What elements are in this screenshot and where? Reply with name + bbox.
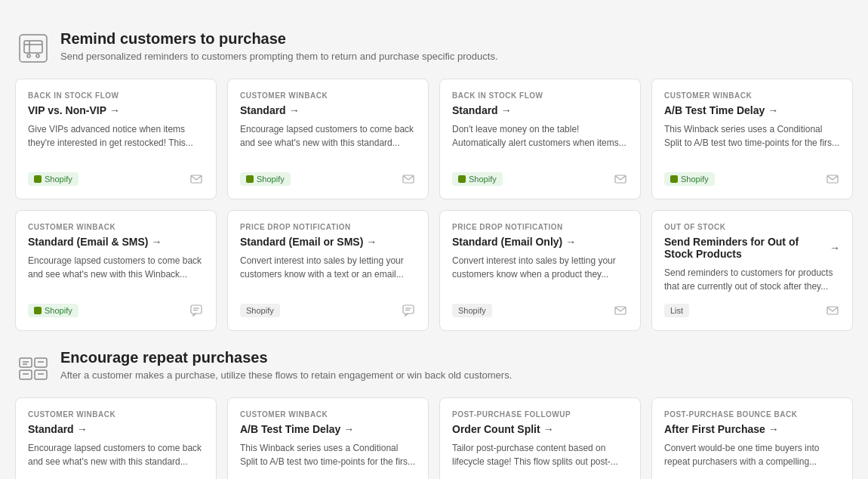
svg-rect-18 <box>20 358 32 367</box>
card-footer: Shopify <box>28 172 204 187</box>
svg-rect-1 <box>24 41 42 53</box>
card-desc: Don't leave money on the table! Automati… <box>452 122 628 162</box>
platform-badge: Shopify <box>240 172 291 186</box>
section-title: Encourage repeat purchases <box>60 349 512 366</box>
arrow-icon: → <box>768 423 779 435</box>
platform-badge: Shopify <box>240 304 280 317</box>
card-category: OUT OF STOCK <box>664 223 840 231</box>
card-category: POST-PURCHASE BOUNCE BACK <box>664 410 840 419</box>
arrow-icon: → <box>366 236 377 248</box>
section-remind: Remind customers to purchase Send person… <box>15 30 853 331</box>
svg-rect-13 <box>403 305 414 314</box>
card-category: CUSTOMER WINBACK <box>28 410 204 419</box>
card-title: Standard → <box>452 104 628 116</box>
card-category: CUSTOMER WINBACK <box>240 91 416 100</box>
section-header: Encourage repeat purchases After a custo… <box>15 349 853 385</box>
email-icon <box>613 172 628 187</box>
platform-badge: Shopify <box>664 172 715 186</box>
card-desc: Encourage lapsed customers to come back … <box>28 441 204 479</box>
section-title: Remind customers to purchase <box>60 30 498 48</box>
section-desc: Send personalized reminders to customers… <box>60 51 498 62</box>
cards-grid: CUSTOMER WINBACK Standard → Encourage la… <box>15 397 853 479</box>
card-title: Order Count Split → <box>452 423 628 435</box>
card-category: BACK IN STOCK FLOW <box>28 91 204 100</box>
channel-icons <box>825 303 840 318</box>
card-desc: Send reminders to customers for products… <box>664 266 840 294</box>
email-icon <box>613 303 628 318</box>
svg-point-5 <box>36 54 39 57</box>
email-icon <box>825 303 840 318</box>
arrow-icon: → <box>830 242 840 254</box>
section-icon <box>15 349 51 385</box>
arrow-icon: → <box>565 236 576 248</box>
email-icon <box>189 172 204 187</box>
card-desc: Convert would-be one time buyers into re… <box>664 441 840 479</box>
platform-badge: Shopify <box>28 172 78 186</box>
svg-rect-19 <box>35 358 47 367</box>
card-desc: Convert interest into sales by letting y… <box>240 254 416 294</box>
arrow-icon: → <box>543 423 554 435</box>
flow-card[interactable]: BACK IN STOCK FLOW VIP vs. Non-VIP → Giv… <box>15 79 217 199</box>
card-desc: Tailor post-purchase content based on li… <box>452 441 628 479</box>
arrow-icon: → <box>343 423 354 435</box>
card-footer: Shopify <box>240 172 416 187</box>
card-desc: This Winback series uses a Conditional S… <box>240 441 416 479</box>
channel-icons <box>401 303 416 318</box>
flow-card[interactable]: OUT OF STOCK Send Reminders for Out of S… <box>651 210 853 331</box>
flow-card[interactable]: CUSTOMER WINBACK A/B Test Time Delay → T… <box>227 397 429 479</box>
svg-rect-21 <box>35 370 47 379</box>
card-footer: List <box>664 303 840 318</box>
platform-badge: Shopify <box>452 172 503 186</box>
channel-icons <box>401 172 416 187</box>
email-icon <box>401 172 416 187</box>
svg-point-4 <box>27 54 30 57</box>
flow-card[interactable]: PRICE DROP NOTIFICATION Standard (Email … <box>439 210 641 331</box>
arrow-icon: → <box>768 104 778 116</box>
arrow-icon: → <box>289 104 300 116</box>
card-title: Standard (Email or SMS) → <box>240 236 416 248</box>
card-title: Standard → <box>28 423 204 435</box>
arrow-icon: → <box>501 104 512 116</box>
card-category: CUSTOMER WINBACK <box>240 410 416 419</box>
cards-grid: BACK IN STOCK FLOW VIP vs. Non-VIP → Giv… <box>15 79 853 331</box>
flow-card[interactable]: PRICE DROP NOTIFICATION Standard (Email … <box>227 210 429 331</box>
channel-icons <box>613 303 628 318</box>
arrow-icon: → <box>151 236 162 248</box>
card-desc: Give VIPs advanced notice when items the… <box>28 122 204 162</box>
platform-badge: Shopify <box>452 304 492 317</box>
flow-card[interactable]: CUSTOMER WINBACK Standard (Email & SMS) … <box>15 210 217 331</box>
card-title: After First Purchase → <box>664 423 840 435</box>
section-header: Remind customers to purchase Send person… <box>15 30 853 66</box>
card-title: Send Reminders for Out of Stock Products… <box>664 236 840 260</box>
flow-card[interactable]: CUSTOMER WINBACK Standard → Encourage la… <box>15 397 217 479</box>
channel-icons <box>189 303 204 318</box>
channel-icons <box>613 172 628 187</box>
card-footer: Shopify <box>452 172 628 187</box>
flow-card[interactable]: POST-PURCHASE BOUNCE BACK After First Pu… <box>651 397 853 479</box>
card-footer: Shopify <box>28 303 204 318</box>
card-desc: Convert interest into sales by letting y… <box>452 254 628 294</box>
card-category: BACK IN STOCK FLOW <box>452 91 628 100</box>
platform-badge: List <box>664 304 689 317</box>
section-icon <box>15 30 51 66</box>
card-desc: This Winback series uses a Conditional S… <box>664 122 840 162</box>
card-footer: Shopify <box>452 303 628 318</box>
flow-card[interactable]: CUSTOMER WINBACK Standard → Encourage la… <box>227 79 429 199</box>
flow-card[interactable]: CUSTOMER WINBACK A/B Test Time Delay → T… <box>651 79 853 199</box>
card-category: PRICE DROP NOTIFICATION <box>240 223 416 231</box>
channel-icons <box>189 172 204 187</box>
card-desc: Encourage lapsed customers to come back … <box>240 122 416 162</box>
card-title: VIP vs. Non-VIP → <box>28 104 204 116</box>
card-footer: Shopify <box>240 303 416 318</box>
svg-rect-20 <box>20 370 32 379</box>
card-category: CUSTOMER WINBACK <box>28 223 204 231</box>
card-title: Standard (Email Only) → <box>452 236 628 248</box>
section-repeat: Encourage repeat purchases After a custo… <box>15 349 853 479</box>
sms-icon <box>189 303 204 318</box>
card-title: Standard (Email & SMS) → <box>28 236 204 248</box>
email-icon <box>825 172 840 187</box>
flow-card[interactable]: POST-PURCHASE FOLLOWUP Order Count Split… <box>439 397 641 479</box>
svg-rect-10 <box>191 305 202 314</box>
card-title: A/B Test Time Delay → <box>664 104 840 116</box>
flow-card[interactable]: BACK IN STOCK FLOW Standard → Don't leav… <box>439 79 641 199</box>
